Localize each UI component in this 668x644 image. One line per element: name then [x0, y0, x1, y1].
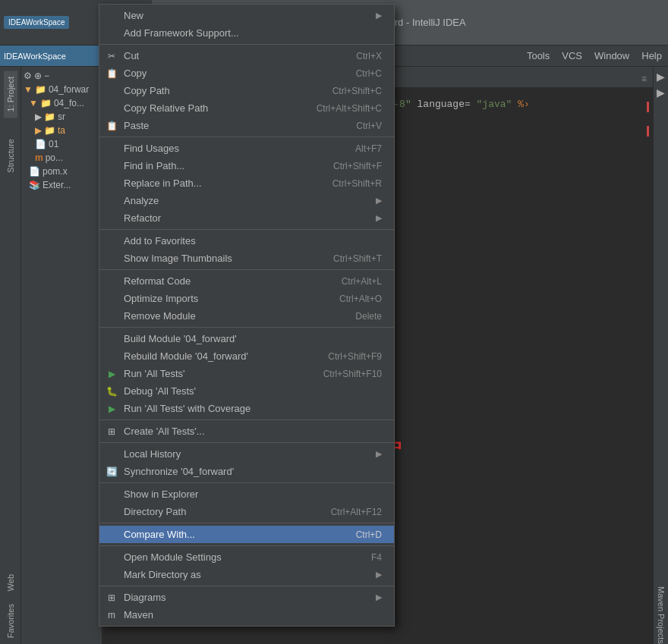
menu-item-shortcut-11: Ctrl+Shift+R — [332, 178, 382, 189]
menu-help[interactable]: Help — [635, 48, 668, 64]
menu-item-shortcut-20: Delete — [355, 311, 382, 322]
menu-item-find-in-path---[interactable]: Find in Path...Ctrl+Shift+F — [99, 157, 394, 174]
context-menu: New▶Add Framework Support...✂CutCtrl+X📋C… — [99, 4, 395, 627]
menu-item-label-31: Synchronize '04_forward' — [124, 466, 382, 477]
menu-item-reformat-code[interactable]: Reformat CodeCtrl+Alt+L — [99, 272, 394, 290]
menu-item-debug--all-tests-[interactable]: 🐛Debug 'All Tests' — [99, 382, 394, 400]
menu-item-label-16: Show Image Thumbnails — [124, 253, 318, 264]
menu-item-shortcut-16: Ctrl+Shift+T — [333, 253, 382, 264]
menu-item-shortcut-3: Ctrl+X — [356, 51, 382, 61]
menu-item-arrow-0: ▶ — [376, 11, 382, 20]
menu-item-create--all-tests----[interactable]: ⊞Create 'All Tests'... — [99, 423, 394, 440]
menu-item-directory-path[interactable]: Directory PathCtrl+Alt+F12 — [99, 503, 394, 520]
sidebar-tab-structure[interactable]: Structure — [4, 133, 17, 179]
menu-item-shortcut-34: Ctrl+Alt+F12 — [331, 507, 382, 517]
menu-item-label-26: Run 'All Tests' with Coverage — [124, 403, 382, 414]
menu-separator-29 — [99, 442, 394, 443]
menu-item-cut[interactable]: ✂CutCtrl+X — [99, 47, 394, 64]
menu-item-new[interactable]: New▶ — [99, 7, 394, 24]
menu-item-shortcut-38: F4 — [371, 552, 382, 563]
ide-logo: IDEAWorkSpace — [4, 16, 69, 29]
menu-item-shortcut-10: Ctrl+Shift+F — [333, 161, 382, 171]
menu-item-label-23: Rebuild Module '04_forward' — [124, 350, 313, 362]
menu-vcs[interactable]: VCS — [556, 48, 588, 64]
menu-item-arrow-39: ▶ — [376, 570, 382, 580]
menu-item-label-4: Copy — [124, 68, 341, 79]
debug-run-icon[interactable]: ▶ — [657, 86, 665, 99]
tree-item-sr[interactable]: ▶ 📁 sr — [21, 110, 102, 124]
menu-item-synchronize--04-forward-[interactable]: 🔄Synchronize '04_forward' — [99, 463, 394, 480]
menu-separator-32 — [99, 482, 394, 483]
menu-item-shortcut-23: Ctrl+Shift+F9 — [328, 351, 382, 362]
run-icon[interactable]: ▶ — [657, 71, 665, 83]
menu-separator-40 — [99, 586, 394, 586]
menu-separator-37 — [99, 545, 394, 546]
menu-item-label-20: Remove Module — [124, 310, 340, 322]
menu-item-arrow-41: ▶ — [376, 592, 382, 602]
tree-item-toolbar: ⚙⊕− — [21, 69, 102, 83]
menu-item-label-0: New — [124, 10, 372, 21]
menu-item-remove-module[interactable]: Remove ModuleDelete — [99, 307, 394, 325]
tree-item-exter[interactable]: 📚 Exter... — [21, 178, 102, 192]
menu-item-icon-31: 🔄 — [106, 466, 118, 478]
menu-item-icon-4: 📋 — [106, 68, 118, 80]
sidebar-tab-web[interactable]: Web — [4, 568, 17, 597]
tree-label-ta: ta — [58, 125, 65, 136]
tree-item-ta[interactable]: ▶ 📁 ta — [21, 124, 102, 137]
project-label: IDEAWorkSpace — [0, 46, 102, 66]
tree-item-pomx[interactable]: 📄 pom.x — [21, 165, 102, 178]
menu-item-copy[interactable]: 📋CopyCtrl+C — [99, 64, 394, 82]
menu-item-mark-directory-as[interactable]: Mark Directory as▶ — [99, 566, 394, 583]
menu-item-show-in-explorer[interactable]: Show in Explorer — [99, 485, 394, 503]
menu-item-label-15: Add to Favorites — [124, 235, 382, 247]
menu-item-run--all-tests--with-coverage[interactable]: ▶Run 'All Tests' with Coverage — [99, 400, 394, 417]
tree-label-po: po... — [46, 152, 63, 163]
menu-item-show-image-thumbnails[interactable]: Show Image ThumbnailsCtrl+Shift+T — [99, 250, 394, 267]
maven-panel-tab[interactable]: Maven Projects — [657, 586, 666, 644]
project-name: IDEAWorkSpace — [4, 52, 66, 61]
menu-item-open-module-settings[interactable]: Open Module SettingsF4 — [99, 548, 394, 566]
menu-item-shortcut-24: Ctrl+Shift+F10 — [323, 369, 382, 379]
sidebar-tab-favorites[interactable]: Favorites — [4, 598, 17, 644]
menu-item-label-39: Mark Directory as — [124, 569, 372, 580]
menu-item-run--all-tests-[interactable]: ▶Run 'All Tests'Ctrl+Shift+F10 — [99, 365, 394, 382]
menu-item-shortcut-6: Ctrl+Alt+Shift+C — [317, 103, 382, 114]
tree-item-root[interactable]: ▼ 📁 04_forwar — [21, 83, 102, 96]
menu-item-local-history[interactable]: Local History▶ — [99, 445, 394, 463]
tree-item-04fo[interactable]: ▼ 📁 04_fo... — [21, 96, 102, 110]
menu-item-find-usages[interactable]: Find UsagesAlt+F7 — [99, 140, 394, 157]
menu-item-add-to-favorites[interactable]: Add to Favorites — [99, 232, 394, 250]
menu-item-diagrams[interactable]: ⊞Diagrams▶ — [99, 589, 394, 606]
menu-item-shortcut-19: Ctrl+Alt+O — [339, 294, 382, 304]
menu-item-paste[interactable]: 📋PasteCtrl+V — [99, 117, 394, 134]
tab-settings-icon[interactable]: ≡ — [635, 71, 653, 87]
menu-tools[interactable]: Tools — [521, 48, 556, 64]
menu-item-copy-path[interactable]: Copy PathCtrl+Shift+C — [99, 82, 394, 99]
menu-item-analyze[interactable]: Analyze▶ — [99, 192, 394, 209]
tree-label-root: 04_forwar — [49, 84, 89, 95]
menu-separator-21 — [99, 327, 394, 328]
menu-item-rebuild-module--04-forward-[interactable]: Rebuild Module '04_forward'Ctrl+Shift+F9 — [99, 347, 394, 365]
menu-item-icon-26: ▶ — [106, 403, 118, 415]
menu-item-label-42: Maven — [124, 609, 382, 620]
menu-item-maven[interactable]: mMaven — [99, 606, 394, 624]
menu-item-arrow-13: ▶ — [376, 213, 382, 223]
menu-item-label-36: Compare With... — [124, 529, 341, 540]
menu-item-optimize-imports[interactable]: Optimize ImportsCtrl+Alt+O — [99, 290, 394, 307]
menu-item-compare-with---[interactable]: Compare With...Ctrl+D — [99, 526, 394, 543]
menu-item-build-module--04-forward-[interactable]: Build Module '04_forward' — [99, 330, 394, 347]
menu-item-add-framework-support---[interactable]: Add Framework Support... — [99, 24, 394, 42]
menu-item-label-28: Create 'All Tests'... — [124, 426, 382, 437]
tree-item-po[interactable]: m po... — [21, 151, 102, 165]
menu-window[interactable]: Window — [588, 48, 635, 64]
menu-item-arrow-12: ▶ — [376, 196, 382, 206]
menu-item-shortcut-9: Alt+F7 — [355, 143, 382, 154]
menu-item-copy-relative-path[interactable]: Copy Relative PathCtrl+Alt+Shift+C — [99, 99, 394, 117]
menu-item-label-18: Reformat Code — [124, 275, 326, 287]
sidebar-tab-project[interactable]: 1: Project — [4, 71, 17, 118]
menu-item-refactor[interactable]: Refactor▶ — [99, 209, 394, 227]
menu-item-shortcut-18: Ctrl+Alt+L — [342, 276, 382, 287]
menu-item-label-12: Analyze — [124, 195, 372, 206]
tree-item-01[interactable]: 📄 01 — [21, 137, 102, 151]
menu-item-replace-in-path---[interactable]: Replace in Path...Ctrl+Shift+R — [99, 174, 394, 192]
